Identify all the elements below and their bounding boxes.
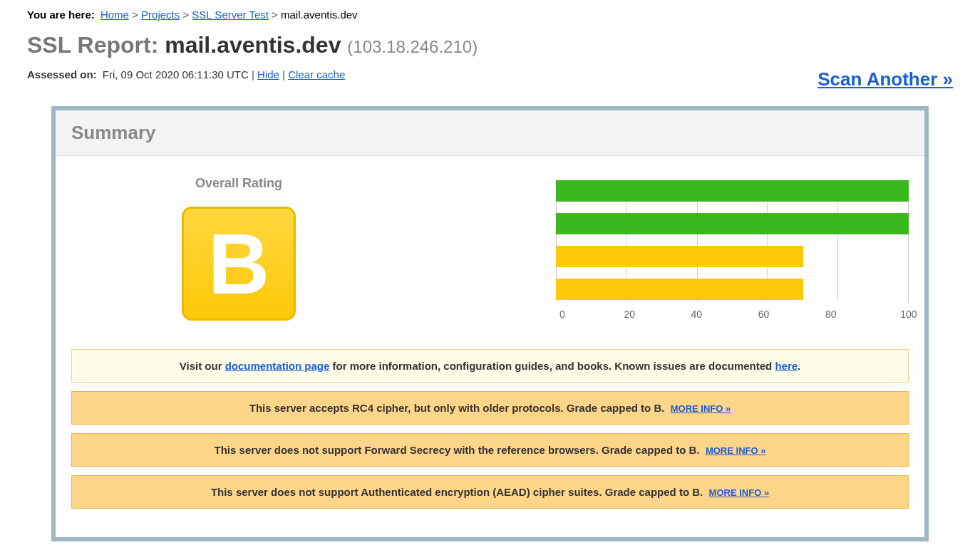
breadcrumb-sep: >: [132, 9, 141, 21]
title-host: mail.aventis.dev: [165, 32, 341, 58]
rating-title: Overall Rating: [71, 176, 406, 191]
assessed-line: Assessed on: Fri, 09 Oct 2020 06:11:30 U…: [27, 68, 345, 81]
title-prefix: SSL Report:: [27, 32, 158, 58]
assessed-label: Assessed on:: [27, 68, 97, 81]
chart-bar-row: Cipher Strength: [556, 279, 909, 300]
panel-header: Summary: [56, 110, 924, 156]
breadcrumb-sep: >: [182, 9, 192, 21]
docs-link[interactable]: documentation page: [225, 360, 330, 372]
notice-docs: Visit our documentation page for more in…: [71, 349, 909, 383]
chart-bars: CertificateProtocol SupportKey ExchangeC…: [556, 180, 909, 300]
page-title: SSL Report: mail.aventis.dev (103.18.246…: [27, 32, 953, 58]
rating-block: Overall Rating B: [71, 173, 406, 321]
chart-bar-row: Key Exchange: [556, 246, 909, 267]
rating-chart: CertificateProtocol SupportKey ExchangeC…: [449, 173, 909, 320]
grade-badge: B: [182, 207, 296, 321]
notice-fs: This server does not support Forward Sec…: [71, 433, 909, 467]
summary-heading: Summary: [71, 122, 909, 144]
breadcrumb-projects[interactable]: Projects: [141, 9, 180, 21]
axis-tick: 80: [820, 308, 842, 320]
chart-bar-fill: [556, 180, 909, 202]
assessed-date: Fri, 09 Oct 2020 06:11:30 UTC: [103, 68, 249, 81]
title-ip: (103.18.246.210): [347, 37, 478, 56]
breadcrumb: You are here: Home > Projects > SSL Serv…: [27, 9, 953, 21]
breadcrumb-label: You are here:: [27, 9, 95, 21]
axis-tick: 0: [552, 308, 573, 320]
chart-axis: 020406080100: [449, 308, 909, 320]
axis-tick: 100: [898, 308, 919, 320]
hide-link[interactable]: Hide: [257, 68, 279, 81]
notice-aead-text: This server does not support Authenticat…: [211, 486, 703, 498]
axis-tick: 40: [686, 308, 707, 320]
axis-tick: 20: [619, 308, 640, 320]
scan-another-link[interactable]: Scan Another »: [817, 68, 953, 90]
notice-rc4: This server accepts RC4 cipher, but only…: [71, 391, 909, 425]
more-info-fs[interactable]: MORE INFO »: [706, 445, 766, 456]
notice-fs-text: This server does not support Forward Sec…: [215, 444, 700, 456]
more-info-aead[interactable]: MORE INFO »: [709, 487, 770, 498]
clear-cache-link[interactable]: Clear cache: [288, 68, 345, 81]
notice-rc4-text: This server accepts RC4 cipher, but only…: [249, 402, 665, 414]
chart-bar-fill: [556, 213, 909, 234]
breadcrumb-sep: >: [272, 9, 281, 21]
breadcrumb-host: mail.aventis.dev: [281, 9, 358, 21]
breadcrumb-home[interactable]: Home: [100, 9, 129, 21]
known-issues-link[interactable]: here: [775, 360, 798, 372]
summary-panel: Summary Overall Rating B CertificateProt…: [51, 106, 929, 541]
grade-letter: B: [184, 209, 294, 319]
chart-bar-row: Protocol Support: [556, 213, 909, 234]
breadcrumb-ssltest[interactable]: SSL Server Test: [192, 9, 269, 21]
chart-bar-fill: [556, 279, 803, 300]
notice-aead: This server does not support Authenticat…: [71, 475, 909, 509]
chart-bar-row: Certificate: [556, 180, 909, 202]
more-info-rc4[interactable]: MORE INFO »: [671, 403, 731, 414]
chart-bar-fill: [556, 246, 803, 267]
axis-tick: 60: [753, 308, 775, 320]
